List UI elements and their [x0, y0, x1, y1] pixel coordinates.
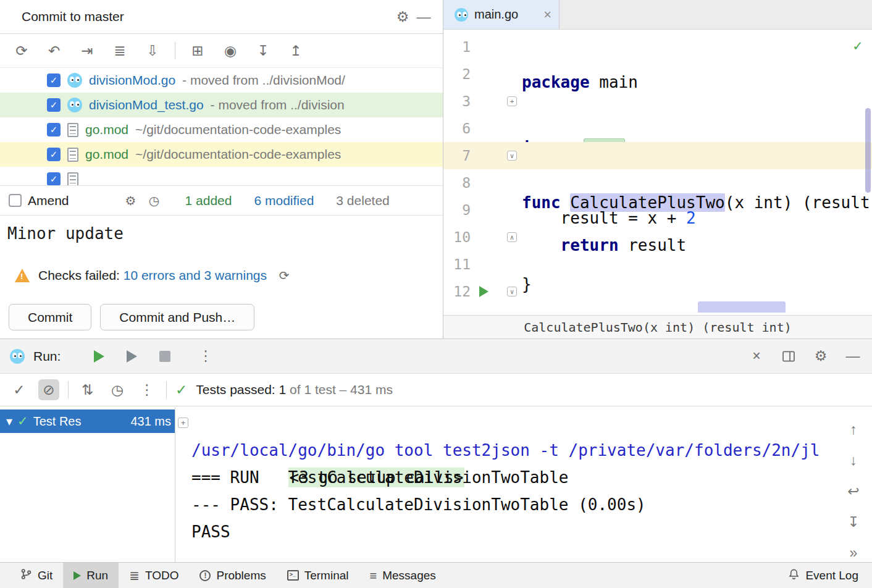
toolwindow-problems[interactable]: Problems [189, 563, 276, 588]
file-name[interactable]: go.mod [85, 122, 128, 137]
deleted-count: 3 deleted [336, 193, 389, 208]
expand-all-icon[interactable]: ↧ [253, 40, 274, 61]
fold-icon[interactable]: ∨ [507, 287, 517, 296]
toolwindow-label: Messages [382, 569, 436, 582]
toolwindow-terminal[interactable]: Terminal [277, 563, 359, 588]
settings-gear-icon[interactable]: ⚙ [392, 6, 413, 27]
line-number: 11 [443, 251, 471, 278]
line-number: 7 [443, 142, 471, 169]
code-line: 3 + import... [443, 88, 872, 115]
close-tab-icon[interactable]: × [543, 7, 551, 23]
collapse-all-icon[interactable]: ↥ [285, 40, 306, 61]
sort-tests-icon[interactable]: ⇅ [77, 379, 98, 400]
toolwindow-run[interactable]: Run [63, 563, 119, 588]
file-checkbox[interactable]: ✓ [47, 74, 61, 87]
file-checkbox[interactable]: ✓ [47, 172, 61, 185]
file-detail: - moved from ../division [211, 98, 345, 112]
chevron-down-icon[interactable]: ▾ [6, 414, 12, 429]
test-runner-toolbar: ✓ ⊘ ⇅ ◷ ⋮ ✓ Tests passed: 1 of 1 test – … [0, 374, 872, 406]
file-name[interactable]: divisionMod_test.go [89, 98, 204, 112]
event-log-button[interactable]: Event Log [778, 563, 872, 588]
toolwindow-git[interactable]: Git [10, 563, 63, 588]
group-by-icon[interactable]: ⊞ [187, 40, 208, 61]
commit-message-editor[interactable]: Minor update [0, 215, 443, 259]
line-number: 10 [443, 224, 471, 251]
file-row-partial[interactable]: ✓ [0, 167, 443, 185]
modified-count[interactable]: 6 modified [254, 193, 314, 208]
preview-diff-icon[interactable]: ◉ [220, 40, 241, 61]
code-line-current: 7 ∨ func CalculatePlusTwo(x int) (result… [443, 142, 872, 169]
next-occurrence-icon[interactable]: ↓ [843, 452, 864, 469]
fold-icon[interactable]: ∧ [507, 232, 517, 242]
fold-icon[interactable]: ∨ [507, 151, 517, 161]
jump-to-source-icon[interactable]: ⇥ [77, 40, 98, 61]
file-name[interactable]: go.mod [85, 147, 128, 162]
run-panel-header: Run: ⋮ × ⚙ — [0, 338, 872, 374]
test-results-root-node[interactable]: ▾ ✓ Test Res 431 ms [0, 410, 175, 433]
file-row[interactable]: ✓ divisionMod_test.go - moved from ../di… [0, 93, 443, 117]
console-line: --- PASS: TestCalculateDivisionTwoTable … [191, 491, 835, 518]
file-row[interactable]: ✓ divisionMod.go - moved from ../divisio… [0, 68, 443, 93]
amend-checkbox[interactable] [9, 194, 22, 207]
commit-button[interactable]: Commit [9, 304, 91, 330]
hide-panel-icon[interactable]: — [413, 6, 434, 27]
commit-options-gear-icon[interactable]: ⚙ [122, 192, 140, 209]
toolwindow-messages[interactable]: ≡ Messages [359, 563, 446, 588]
commit-and-push-button[interactable]: Commit and Push… [100, 304, 254, 330]
show-diff-icon[interactable]: ≣ [109, 40, 130, 61]
refresh-icon[interactable]: ⟳ [11, 40, 32, 61]
more-options-icon[interactable]: ⋮ [195, 346, 216, 367]
console-line: PASS [191, 518, 835, 545]
terminal-icon [287, 570, 299, 581]
rerun-icon[interactable] [94, 350, 104, 363]
inspections-passed-icon[interactable]: ✓ [853, 37, 862, 54]
file-name[interactable]: divisionMod.go [89, 73, 175, 88]
hide-ignored-icon[interactable]: ⊘ [38, 379, 59, 400]
more-options-icon[interactable]: ⋮ [136, 379, 157, 400]
test-history-icon[interactable]: ◷ [107, 379, 128, 400]
toolwindow-label: Problems [216, 569, 266, 582]
module-file-icon [67, 172, 78, 186]
go-test-file-icon [67, 98, 82, 112]
code-line: 12 ∨ func main() { [443, 278, 872, 305]
line-number: 6 [443, 115, 471, 142]
rerun-failed-tests-icon[interactable] [127, 350, 137, 363]
layout-settings-icon[interactable] [778, 346, 799, 367]
expand-strip-icon[interactable]: » [843, 544, 864, 562]
scroll-to-end-icon[interactable]: ↧ [843, 513, 864, 531]
file-row[interactable]: ✓ go.mod ~/git/documentation-code-exampl… [0, 142, 443, 167]
problems-icon [199, 570, 211, 581]
file-checkbox[interactable]: ✓ [47, 148, 61, 161]
soft-wrap-icon[interactable]: ↩ [843, 482, 864, 500]
code-editor[interactable]: 1 package main 2 3 + import... 6 7 ∨ fun… [443, 30, 872, 315]
unfold-icon[interactable]: + [507, 96, 517, 106]
console-line: === RUN TestCalculateDivisionTwoTable [191, 464, 835, 491]
rollback-icon[interactable]: ↶ [44, 40, 65, 61]
run-main-gutter-icon[interactable] [479, 286, 488, 297]
editor-scrollbar[interactable] [865, 108, 871, 193]
file-detail: ~/git/documentation-code-examples [135, 147, 341, 162]
run-settings-gear-icon[interactable]: ⚙ [810, 346, 831, 367]
rerun-checks-icon[interactable]: ⟳ [275, 267, 293, 284]
show-passed-icon[interactable]: ✓ [9, 379, 30, 400]
tab-main-go[interactable]: main.go × [443, 0, 560, 29]
message-history-icon[interactable]: ◷ [146, 192, 163, 209]
toolbar-separator [68, 381, 69, 398]
minimize-panel-icon[interactable]: — [842, 346, 863, 367]
file-checkbox[interactable]: ✓ [47, 98, 61, 112]
test-duration: 431 ms [130, 414, 171, 429]
test-passed-icon: ✓ [17, 414, 28, 429]
close-panel-icon[interactable]: × [746, 346, 767, 367]
unfold-icon[interactable]: + [178, 418, 188, 428]
file-row[interactable]: ✓ go.mod ~/git/documentation-code-exampl… [0, 117, 443, 142]
commit-panel: Commit to master ⚙ — ⟳ ↶ ⇥ ≣ ⇩ ⊞ ◉ ↧ ↥ ✓… [0, 0, 443, 338]
test-console[interactable]: + <3 go setup calls> /usr/local/go/bin/g… [175, 407, 835, 562]
errors-warnings-link[interactable]: 10 errors and 3 warnings [124, 268, 267, 282]
stop-icon[interactable] [159, 351, 170, 362]
todo-list-icon: ≣ [129, 569, 140, 582]
file-checkbox[interactable]: ✓ [47, 123, 61, 136]
toolwindow-todo[interactable]: ≣ TODO [119, 563, 189, 588]
code-line: 9 return result [443, 196, 872, 224]
prev-occurrence-icon[interactable]: ↑ [843, 421, 864, 439]
shelve-icon[interactable]: ⇩ [142, 40, 163, 61]
